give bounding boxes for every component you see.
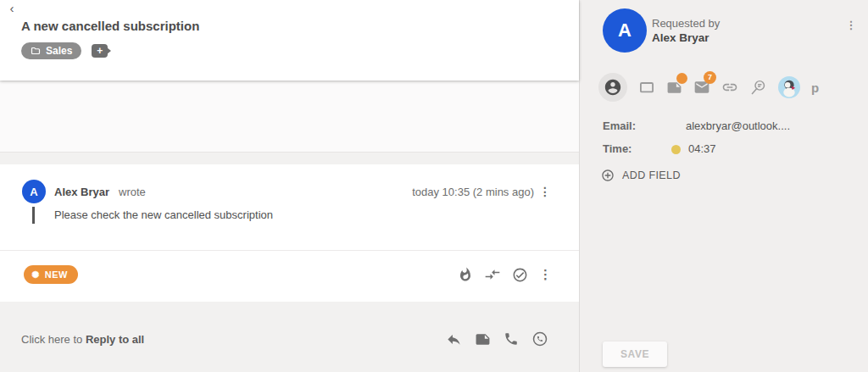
contact-icon <box>604 78 622 97</box>
message-card: A Alex Bryar wrote today 10:35 (2 mins a… <box>0 164 579 302</box>
ticket-header: ‹ A new cancelled subscription Sales + <box>0 0 579 81</box>
card-icon <box>638 79 655 96</box>
app-root: ‹ A new cancelled subscription Sales + A… <box>0 0 868 372</box>
status-dot <box>671 145 681 154</box>
field-label-time: Time: <box>603 142 632 155</box>
message-timestamp: today 10:35 (2 mins ago) <box>412 186 534 198</box>
tag-label: Sales <box>46 45 72 57</box>
note-icon[interactable] <box>475 331 491 347</box>
reply-bar[interactable]: Click here to Reply to all <box>0 302 579 372</box>
tickets-badge-count: 7 <box>704 71 716 84</box>
ticket-panel: ‹ A new cancelled subscription Sales + A… <box>0 0 579 372</box>
seal-icon: ✺ <box>31 270 40 280</box>
sidebar-more-icon[interactable]: ⋮ <box>844 17 858 32</box>
reply-prefix: Click here to <box>21 333 86 346</box>
tag-chip-sales[interactable]: Sales <box>21 42 81 59</box>
add-field-label: ADD FIELD <box>622 169 681 181</box>
ticket-title: A new cancelled subscription <box>21 19 199 33</box>
message-author: Alex Bryar <box>54 186 109 198</box>
notes-badge-dot <box>676 73 687 84</box>
avatar: A <box>22 180 46 203</box>
link-icon <box>721 79 738 96</box>
tab-contact[interactable] <box>598 73 627 102</box>
add-tag-button[interactable]: + <box>92 44 108 58</box>
save-button[interactable]: SAVE <box>603 341 667 367</box>
tags-row: Sales + <box>21 42 108 59</box>
message-more-icon[interactable]: ⋮ <box>538 184 552 199</box>
message-actions-row: ✺ NEW ⋮ <box>24 258 552 291</box>
prestashop-avatar <box>778 76 800 98</box>
announcement-icon <box>749 79 767 97</box>
requested-by-label: Requested by <box>652 17 720 30</box>
whatsapp-icon[interactable] <box>531 330 548 347</box>
message-action-word: wrote <box>119 186 146 198</box>
requester-sidebar: A Requested by Alex Bryar ⋮ 7 <box>579 0 868 372</box>
tab-tickets[interactable]: 7 <box>693 79 710 96</box>
action-icons: ⋮ <box>458 266 552 283</box>
tab-prestashop-p[interactable]: p <box>811 81 819 95</box>
tab-links[interactable] <box>721 79 738 96</box>
divider <box>0 250 579 251</box>
reply-icons <box>446 330 548 347</box>
reply-to-all-link[interactable]: Reply to all <box>86 333 144 346</box>
add-circle-icon <box>601 169 615 182</box>
tab-prestashop-avatar[interactable] <box>778 76 800 98</box>
requester-name: Alex Bryar <box>652 31 709 44</box>
flame-icon[interactable] <box>458 267 473 282</box>
sidebar-tabs: 7 p <box>598 73 819 102</box>
requester-avatar: A <box>603 8 647 53</box>
field-value-time: 04:37 <box>688 142 716 155</box>
back-button[interactable]: ‹ <box>4 1 19 16</box>
field-value-email: alexbryar@outlook.... <box>686 119 790 132</box>
field-label-email: Email: <box>603 119 636 132</box>
reply-prompt: Click here to Reply to all <box>21 333 144 346</box>
tab-card[interactable] <box>638 79 655 96</box>
activity-section: Alex Bryar Created from API <box>0 82 579 153</box>
message-body: Please check the new cancelled subscript… <box>32 207 273 224</box>
phone-icon[interactable] <box>504 331 519 347</box>
plus-icon: + <box>97 45 103 57</box>
status-badge[interactable]: ✺ NEW <box>24 265 78 284</box>
tab-notes[interactable] <box>666 80 682 96</box>
resolve-icon[interactable] <box>512 267 528 283</box>
reply-icon[interactable] <box>446 331 462 347</box>
folder-icon <box>31 46 41 56</box>
tab-announcements[interactable] <box>749 79 767 97</box>
more-vertical-icon[interactable]: ⋮ <box>539 267 552 282</box>
add-field-button[interactable]: ADD FIELD <box>601 169 681 182</box>
status-label: NEW <box>45 269 68 280</box>
transfer-icon[interactable] <box>484 266 501 283</box>
